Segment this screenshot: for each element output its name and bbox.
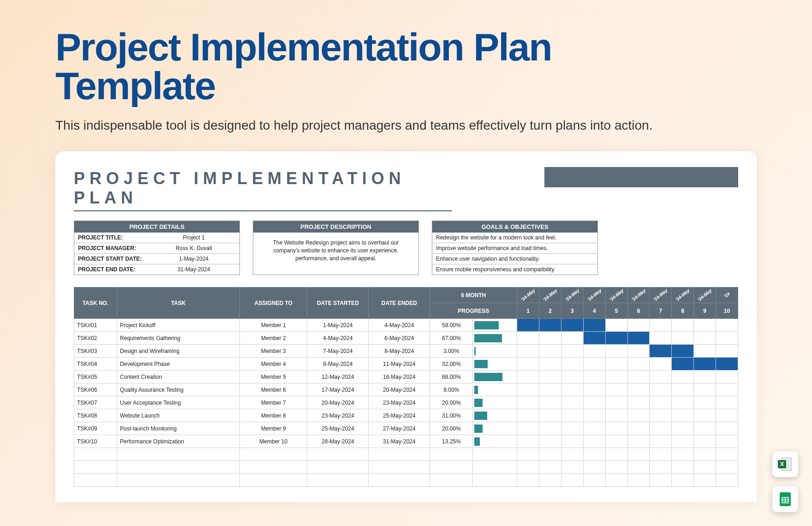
table-row: TSK#08Website LaunchMember 823-May-20242… <box>74 409 738 422</box>
gantt-cell <box>605 435 627 448</box>
detail-row: PROJECT END DATE:31-May-2024 <box>74 264 239 275</box>
gantt-cell <box>672 319 694 332</box>
col-header-date: '24-May <box>650 287 672 303</box>
gantt-cell <box>627 371 650 383</box>
gantt-cell <box>694 345 716 358</box>
cell: 28-May-2024 <box>307 435 369 448</box>
cell: 27-May-2024 <box>369 422 430 435</box>
gantt-cell <box>716 435 738 448</box>
cell: Member 8 <box>240 409 307 422</box>
gantt-cell <box>539 358 561 371</box>
gantt-cell <box>650 409 672 422</box>
cell: 68.00% <box>430 371 473 383</box>
cell: 25-May-2024 <box>307 422 369 435</box>
cell-empty <box>369 448 430 461</box>
gantt-cell <box>561 345 583 358</box>
gantt-cell <box>694 358 716 371</box>
gantt-cell <box>605 358 627 371</box>
cell-empty <box>694 474 716 487</box>
gantt-cell <box>650 358 672 371</box>
cell: 17-May-2024 <box>307 383 369 396</box>
gantt-cell <box>583 358 605 371</box>
cell: 6-May-2024 <box>369 332 430 345</box>
cell: 20.00% <box>430 422 473 435</box>
gantt-cell <box>539 396 561 409</box>
cell-empty <box>561 461 583 474</box>
gantt-cell <box>650 435 672 448</box>
gantt-cell <box>561 371 583 383</box>
table-row: TSK#02Requirements GatheringMember 24-Ma… <box>74 332 738 345</box>
col-header-date: '24-May <box>694 287 716 303</box>
gantt-cell <box>672 345 694 358</box>
cell: 20-May-2024 <box>369 383 430 396</box>
col-header-daynum: 8 <box>672 303 694 319</box>
table-row: TSK#09Post-launch MonitoringMember 925-M… <box>74 422 738 435</box>
gantt-cell <box>694 332 716 345</box>
table-row: TSK#05Content CreationMember 512-May-202… <box>74 371 738 383</box>
cell-empty <box>539 448 561 461</box>
gantt-cell <box>694 422 716 435</box>
gantt-cell <box>583 396 605 409</box>
progress-bar <box>474 360 487 368</box>
gantt-cell <box>672 371 694 383</box>
cell: Design and Wireframing <box>117 345 240 358</box>
gantt-cell <box>627 345 650 358</box>
goal-item: Improve website performance and load tim… <box>432 243 597 253</box>
detail-label: PROJECT MANAGER: <box>74 243 148 253</box>
cell: Performance Optimization <box>117 435 240 448</box>
cell-empty <box>517 448 539 461</box>
gantt-cell <box>539 319 561 332</box>
gantt-cell <box>672 422 694 435</box>
cell: 59.00% <box>430 319 473 332</box>
cell-empty <box>694 461 716 474</box>
gantt-cell <box>650 422 672 435</box>
cell-empty <box>716 448 738 461</box>
cell-empty <box>583 448 605 461</box>
detail-row: PROJECT MANAGER:Ross K. Duvall <box>74 243 239 253</box>
gantt-cell <box>627 332 650 345</box>
cell: 31.00% <box>430 409 473 422</box>
cell: 67.00% <box>430 332 473 345</box>
goal-item: Enhance user navigation and functionalit… <box>432 253 597 264</box>
col-header: TASK <box>117 287 240 319</box>
gantt-cell <box>605 332 627 345</box>
gantt-cell <box>517 409 539 422</box>
cell-empty <box>517 461 539 474</box>
gantt-cell <box>605 371 627 383</box>
gantt-cell <box>561 358 583 371</box>
progress-bar-cell <box>473 332 517 345</box>
col-header-daynum: 4 <box>583 303 605 319</box>
gantt-cell <box>583 383 605 396</box>
google-sheets-icon[interactable] <box>772 486 798 512</box>
cell: Website Launch <box>117 409 240 422</box>
cell-empty <box>561 474 583 487</box>
excel-icon[interactable]: X <box>772 451 798 477</box>
goals-header: GOALS & OBJECTIVES <box>432 221 597 233</box>
gantt-cell <box>716 332 738 345</box>
progress-bar-cell <box>473 396 517 409</box>
project-details-header: PROJECT DETAILS <box>74 221 239 233</box>
cell-empty <box>539 474 561 487</box>
gantt-cell <box>561 332 583 345</box>
progress-bar <box>474 334 502 342</box>
cell: TSK#03 <box>74 345 117 358</box>
cell: Development Phase <box>117 358 240 371</box>
table-row: TSK#04Development PhaseMember 48-May-202… <box>74 358 738 371</box>
gantt-cell <box>583 371 605 383</box>
gantt-cell <box>716 409 738 422</box>
cell: TSK#06 <box>74 383 117 396</box>
cell-empty <box>627 448 650 461</box>
gantt-cell <box>627 422 650 435</box>
detail-label: PROJECT END DATE: <box>74 264 148 275</box>
gantt-cell <box>583 409 605 422</box>
col-header-daynum: 6 <box>627 303 650 319</box>
gantt-cell <box>627 435 650 448</box>
col-header-daynum: 2 <box>539 303 561 319</box>
progress-bar-cell <box>473 358 517 371</box>
cell: Requirements Gathering <box>117 332 240 345</box>
cell-empty <box>307 461 369 474</box>
col-header-date: '24-May <box>672 287 694 303</box>
cell: 1-May-2024 <box>307 319 369 332</box>
cell-empty <box>369 474 430 487</box>
detail-row: PROJECT TITLE:Project 1 <box>74 233 239 243</box>
